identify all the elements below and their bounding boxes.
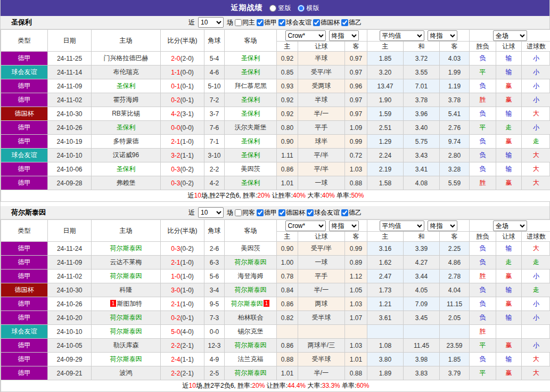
- avg-away: 2.76: [440, 121, 470, 135]
- result-handicap: 输: [496, 66, 522, 79]
- layout-radio-horizontal[interactable]: 横版: [298, 4, 319, 13]
- result-winloss: 负: [470, 353, 496, 366]
- odds-source-select[interactable]: Crow*: [285, 220, 326, 231]
- match-row: 德甲24-11-09圣保利0-1(0-1)5-10拜仁慕尼黑0.93受两球0.9…: [1, 79, 550, 93]
- avg-draw: 3.39: [404, 242, 440, 256]
- corners: 2-2: [204, 162, 225, 176]
- odds-home: 0.90: [277, 242, 298, 256]
- result-handicap: 输: [496, 311, 522, 325]
- home-team: 圣保利: [92, 121, 161, 135]
- result-goals: 走: [522, 256, 550, 270]
- league-checkbox[interactable]: 德甲: [257, 18, 277, 27]
- result-winloss: 负: [470, 79, 496, 93]
- result-goals: 小: [522, 121, 550, 135]
- avg-away: 1.19: [440, 79, 470, 93]
- avg-away: 3.28: [440, 162, 470, 176]
- col-result-handicap: 让球: [496, 42, 522, 52]
- avg-draw: 3.41: [404, 162, 440, 176]
- half-time-score: (1-1): [180, 356, 194, 363]
- avg-time-select[interactable]: 终指: [428, 30, 457, 41]
- handicap: 一球: [298, 256, 345, 270]
- league-type-badge: 德甲: [1, 162, 48, 176]
- league-checkbox[interactable]: 德甲: [257, 208, 277, 217]
- avg-home: [367, 325, 404, 339]
- result-goals: 小: [522, 270, 550, 283]
- avg-source-select[interactable]: 平均值: [380, 30, 424, 41]
- odds-away: 1.05: [345, 283, 367, 297]
- col-result: 胜负: [470, 232, 496, 242]
- league-type-badge: 德甲: [1, 93, 48, 107]
- score: 2-2(2-1): [161, 366, 204, 380]
- avg-home: 2.19: [367, 162, 404, 176]
- avg-away: 11.15: [440, 297, 470, 311]
- odds-home: 0.90: [277, 135, 298, 149]
- score: 2-0(2-0): [161, 52, 204, 66]
- result-handicap: 赢: [496, 270, 522, 283]
- full-time-score: 1-1: [171, 69, 180, 76]
- odds-time-select[interactable]: 终指: [329, 220, 359, 231]
- avg-draw: 7.09: [404, 297, 440, 311]
- result-goals: 小: [522, 66, 550, 79]
- result-winloss: 负: [470, 52, 496, 66]
- scope-select[interactable]: 全场: [493, 30, 527, 41]
- odds-away: 1.07: [345, 311, 367, 325]
- same-venue-checkbox[interactable]: 同主: [235, 18, 255, 27]
- home-team-name: 云达不莱梅: [110, 258, 142, 266]
- result-winloss: 负: [470, 149, 496, 162]
- away-team-name: 沃尔夫斯堡: [235, 124, 267, 131]
- match-count-select[interactable]: 10: [198, 207, 224, 218]
- away-team-name: 圣保利: [241, 96, 260, 103]
- layout-radio-vertical[interactable]: 竖版: [269, 4, 291, 13]
- odds-home: 0.80: [277, 121, 298, 135]
- corners: 5-6: [204, 270, 225, 283]
- league-checkbox[interactable]: 球会友谊: [278, 18, 311, 27]
- odds-source-select[interactable]: Crow*: [285, 30, 326, 41]
- col-avg-draw: 和: [404, 232, 440, 242]
- scope-select[interactable]: 全场: [493, 220, 527, 231]
- odds-time-select[interactable]: 终指: [329, 30, 359, 41]
- home-team-name: 圣保利: [117, 165, 136, 173]
- avg-time-select[interactable]: 终指: [428, 220, 457, 231]
- full-time-score: 1-0: [171, 273, 180, 280]
- corners: 7-1: [204, 135, 225, 149]
- result-winloss: 胜: [470, 270, 496, 283]
- league-checkbox[interactable]: 德国杯: [278, 208, 305, 217]
- avg-draw: 3.40: [404, 121, 440, 135]
- avg-source-select[interactable]: 平均值: [380, 220, 424, 231]
- vertical-radio[interactable]: [269, 5, 276, 12]
- match-row: 球会友谊24-11-14布伦瑞克1-1(0-0)4-6圣保利0.85受平/半0.…: [1, 66, 550, 79]
- avg-draw: 11.45: [404, 339, 440, 353]
- same-venue-checkbox[interactable]: 同客: [235, 208, 255, 217]
- avg-draw: 3.78: [404, 93, 440, 107]
- league-checkbox[interactable]: 德乙: [341, 18, 362, 27]
- score: 2-4(1-1): [161, 353, 204, 366]
- full-time-score: 4-2: [171, 110, 180, 118]
- league-type-badge: 德国杯: [1, 107, 48, 121]
- league-type-badge: 德甲: [1, 366, 48, 380]
- league-checkbox[interactable]: 德国杯: [313, 18, 340, 27]
- league-type-badge: 德甲: [1, 339, 48, 353]
- avg-draw: 3.83: [404, 366, 440, 380]
- avg-home: 1.08: [367, 339, 404, 353]
- score: 2-1(1-0): [161, 297, 204, 311]
- result-handicap: 赢: [496, 176, 522, 190]
- avg-home: 3.16: [367, 242, 404, 256]
- half-time-score: (1-1): [180, 152, 194, 159]
- full-time-score: 2-1: [171, 300, 180, 308]
- match-row: 球会友谊24-10-10汉诺威963-2(1-1)3-10圣保利1.11平/半0…: [1, 149, 550, 162]
- league-checkbox[interactable]: 球会友谊: [307, 208, 340, 217]
- away-team: 荷尔斯泰因: [225, 283, 277, 297]
- score: 0-3(0-2): [161, 242, 204, 256]
- match-count-select[interactable]: 10: [198, 17, 224, 28]
- corners: 3-4: [204, 283, 225, 297]
- result-goals: 小: [522, 339, 550, 353]
- result-goals: 小: [522, 79, 550, 93]
- match-row: 德国杯24-10-30科隆3-0(1-0)3-4荷尔斯泰因0.84半/一1.05…: [1, 283, 550, 297]
- league-checkbox[interactable]: 德乙: [341, 208, 362, 217]
- match-date: 24-10-05: [48, 339, 92, 353]
- handicap: 平手: [298, 121, 345, 135]
- result-handicap: 输: [496, 162, 522, 176]
- score: 2-1(1-0): [161, 256, 204, 270]
- away-team-name: 圣保利: [241, 151, 260, 159]
- horizontal-radio[interactable]: [298, 5, 305, 12]
